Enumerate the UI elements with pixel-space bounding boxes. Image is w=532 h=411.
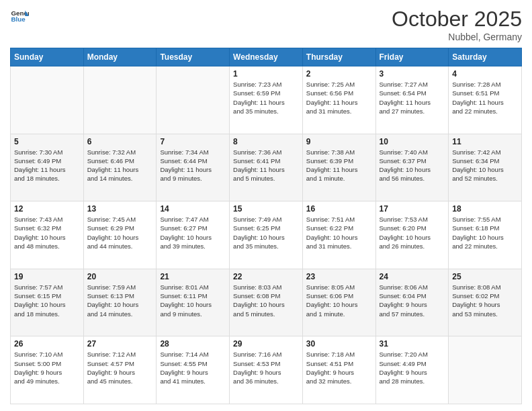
- day-number: 27: [87, 339, 153, 349]
- day-number: 15: [233, 204, 299, 214]
- day-info: Sunrise: 7:30 AMSunset: 6:49 PMDaylight:…: [14, 148, 80, 183]
- col-thursday: Thursday: [302, 48, 375, 66]
- table-row: 20Sunrise: 7:59 AMSunset: 6:13 PMDayligh…: [83, 269, 157, 336]
- table-row: 28Sunrise: 7:14 AMSunset: 4:55 PMDayligh…: [157, 336, 230, 404]
- day-number: 16: [306, 204, 372, 214]
- table-row: 11Sunrise: 7:42 AMSunset: 6:34 PMDayligh…: [449, 134, 522, 201]
- week-row-2: 5Sunrise: 7:30 AMSunset: 6:49 PMDaylight…: [11, 134, 522, 201]
- day-info: Sunrise: 7:20 AMSunset: 4:49 PMDaylight:…: [380, 350, 445, 385]
- title-section: October 2025 Nubbel, Germany: [392, 7, 522, 42]
- col-wednesday: Wednesday: [230, 48, 303, 66]
- table-row: 10Sunrise: 7:40 AMSunset: 6:37 PMDayligh…: [375, 134, 449, 201]
- table-row: [83, 66, 157, 134]
- day-info: Sunrise: 7:55 AMSunset: 6:18 PMDaylight:…: [452, 215, 518, 250]
- day-number: 6: [87, 137, 153, 146]
- day-number: 31: [380, 339, 445, 349]
- col-saturday: Saturday: [449, 48, 522, 66]
- day-info: Sunrise: 7:34 AMSunset: 6:44 PMDaylight:…: [160, 148, 226, 183]
- day-info: Sunrise: 7:45 AMSunset: 6:29 PMDaylight:…: [87, 215, 153, 250]
- day-number: 13: [87, 204, 153, 214]
- day-number: 1: [233, 69, 299, 79]
- day-info: Sunrise: 8:01 AMSunset: 6:11 PMDaylight:…: [160, 283, 226, 318]
- day-number: 22: [233, 272, 299, 281]
- day-number: 24: [380, 272, 445, 281]
- header: General Blue October 2025 Nubbel, German…: [10, 7, 522, 42]
- day-info: Sunrise: 7:14 AMSunset: 4:55 PMDaylight:…: [160, 350, 226, 385]
- table-row: 19Sunrise: 7:57 AMSunset: 6:15 PMDayligh…: [11, 269, 84, 336]
- table-row: 18Sunrise: 7:55 AMSunset: 6:18 PMDayligh…: [449, 201, 522, 269]
- table-row: 7Sunrise: 7:34 AMSunset: 6:44 PMDaylight…: [157, 134, 230, 201]
- day-info: Sunrise: 7:28 AMSunset: 6:51 PMDaylight:…: [452, 80, 518, 116]
- table-row: 25Sunrise: 8:08 AMSunset: 6:02 PMDayligh…: [449, 269, 522, 336]
- week-row-4: 19Sunrise: 7:57 AMSunset: 6:15 PMDayligh…: [11, 269, 522, 336]
- week-row-3: 12Sunrise: 7:43 AMSunset: 6:32 PMDayligh…: [11, 201, 522, 269]
- day-info: Sunrise: 7:32 AMSunset: 6:46 PMDaylight:…: [87, 148, 153, 183]
- day-info: Sunrise: 7:18 AMSunset: 4:51 PMDaylight:…: [306, 350, 372, 385]
- day-number: 25: [452, 272, 518, 281]
- day-info: Sunrise: 7:16 AMSunset: 4:53 PMDaylight:…: [233, 350, 299, 385]
- day-info: Sunrise: 7:25 AMSunset: 6:56 PMDaylight:…: [306, 80, 372, 116]
- day-number: 9: [306, 137, 372, 146]
- day-number: 14: [160, 204, 226, 214]
- table-row: 13Sunrise: 7:45 AMSunset: 6:29 PMDayligh…: [83, 201, 157, 269]
- day-number: 5: [14, 137, 80, 146]
- day-number: 10: [380, 137, 445, 146]
- header-row: Sunday Monday Tuesday Wednesday Thursday…: [11, 48, 522, 66]
- day-info: Sunrise: 7:40 AMSunset: 6:37 PMDaylight:…: [380, 148, 445, 183]
- calendar: Sunday Monday Tuesday Wednesday Thursday…: [10, 48, 522, 404]
- day-number: 20: [87, 272, 153, 281]
- table-row: 14Sunrise: 7:47 AMSunset: 6:27 PMDayligh…: [157, 201, 230, 269]
- table-row: 5Sunrise: 7:30 AMSunset: 6:49 PMDaylight…: [11, 134, 84, 201]
- day-number: 18: [452, 204, 518, 214]
- col-friday: Friday: [375, 48, 449, 66]
- day-info: Sunrise: 7:36 AMSunset: 6:41 PMDaylight:…: [233, 148, 299, 183]
- day-number: 11: [452, 137, 518, 146]
- table-row: 21Sunrise: 8:01 AMSunset: 6:11 PMDayligh…: [157, 269, 230, 336]
- day-number: 29: [233, 339, 299, 349]
- day-number: 2: [306, 69, 372, 79]
- subtitle: Nubbel, Germany: [392, 32, 522, 42]
- table-row: 17Sunrise: 7:53 AMSunset: 6:20 PMDayligh…: [375, 201, 449, 269]
- table-row: 6Sunrise: 7:32 AMSunset: 6:46 PMDaylight…: [83, 134, 157, 201]
- table-row: 16Sunrise: 7:51 AMSunset: 6:22 PMDayligh…: [302, 201, 375, 269]
- day-info: Sunrise: 8:05 AMSunset: 6:06 PMDaylight:…: [306, 283, 372, 318]
- day-info: Sunrise: 8:08 AMSunset: 6:02 PMDaylight:…: [452, 283, 518, 318]
- day-number: 12: [14, 204, 80, 214]
- day-number: 7: [160, 137, 226, 146]
- day-number: 21: [160, 272, 226, 281]
- svg-text:Blue: Blue: [11, 15, 26, 23]
- table-row: 12Sunrise: 7:43 AMSunset: 6:32 PMDayligh…: [11, 201, 84, 269]
- table-row: 3Sunrise: 7:27 AMSunset: 6:54 PMDaylight…: [375, 66, 449, 134]
- page: General Blue October 2025 Nubbel, German…: [0, 0, 532, 411]
- day-info: Sunrise: 7:27 AMSunset: 6:54 PMDaylight:…: [380, 80, 445, 116]
- day-number: 30: [306, 339, 372, 349]
- col-monday: Monday: [83, 48, 157, 66]
- day-number: 23: [306, 272, 372, 281]
- month-title: October 2025: [392, 7, 522, 32]
- table-row: 15Sunrise: 7:49 AMSunset: 6:25 PMDayligh…: [230, 201, 303, 269]
- table-row: 29Sunrise: 7:16 AMSunset: 4:53 PMDayligh…: [230, 336, 303, 404]
- logo: General Blue: [10, 7, 29, 26]
- col-tuesday: Tuesday: [157, 48, 230, 66]
- day-number: 8: [233, 137, 299, 146]
- day-info: Sunrise: 7:12 AMSunset: 4:57 PMDaylight:…: [87, 350, 153, 385]
- table-row: 31Sunrise: 7:20 AMSunset: 4:49 PMDayligh…: [375, 336, 449, 404]
- table-row: 9Sunrise: 7:38 AMSunset: 6:39 PMDaylight…: [302, 134, 375, 201]
- table-row: 8Sunrise: 7:36 AMSunset: 6:41 PMDaylight…: [230, 134, 303, 201]
- day-info: Sunrise: 7:47 AMSunset: 6:27 PMDaylight:…: [160, 215, 226, 250]
- table-row: 2Sunrise: 7:25 AMSunset: 6:56 PMDaylight…: [302, 66, 375, 134]
- day-info: Sunrise: 7:23 AMSunset: 6:59 PMDaylight:…: [233, 80, 299, 116]
- day-number: 28: [160, 339, 226, 349]
- table-row: 23Sunrise: 8:05 AMSunset: 6:06 PMDayligh…: [302, 269, 375, 336]
- day-info: Sunrise: 8:03 AMSunset: 6:08 PMDaylight:…: [233, 283, 299, 318]
- day-number: 26: [14, 339, 80, 349]
- day-info: Sunrise: 7:59 AMSunset: 6:13 PMDaylight:…: [87, 283, 153, 318]
- day-info: Sunrise: 7:38 AMSunset: 6:39 PMDaylight:…: [306, 148, 372, 183]
- table-row: 26Sunrise: 7:10 AMSunset: 5:00 PMDayligh…: [11, 336, 84, 404]
- table-row: 27Sunrise: 7:12 AMSunset: 4:57 PMDayligh…: [83, 336, 157, 404]
- table-row: 1Sunrise: 7:23 AMSunset: 6:59 PMDaylight…: [230, 66, 303, 134]
- table-row: [157, 66, 230, 134]
- day-number: 19: [14, 272, 80, 281]
- day-info: Sunrise: 7:42 AMSunset: 6:34 PMDaylight:…: [452, 148, 518, 183]
- table-row: [11, 66, 84, 134]
